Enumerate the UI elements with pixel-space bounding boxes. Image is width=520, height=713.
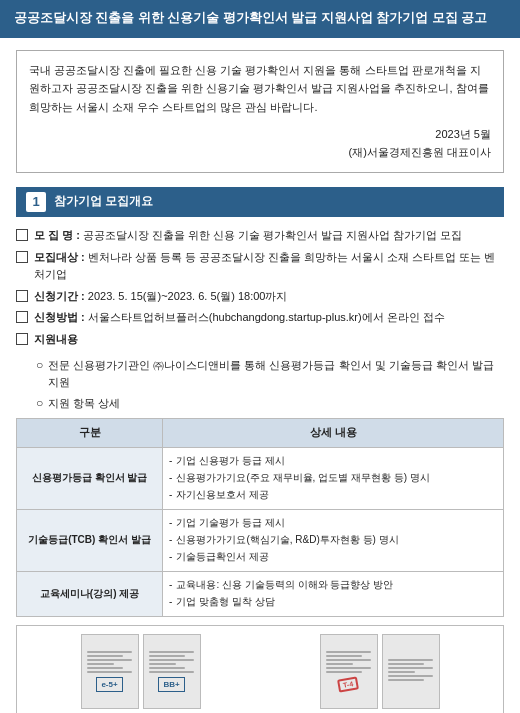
detail-item: - 신용평가가기요(핵심기술, R&D)투자현황 등) 명시 bbox=[169, 532, 497, 548]
date-org: (재)서울경제진흥원 대표이사 bbox=[349, 146, 491, 158]
item-label: 지원내용 bbox=[34, 333, 78, 345]
detail-text: 기업 기술평가 등급 제시 bbox=[176, 515, 284, 531]
rating-badge-top: e-5+ bbox=[96, 677, 122, 692]
doc-line bbox=[388, 667, 433, 669]
section1-title: 참가기업 모집개요 bbox=[54, 193, 153, 210]
doc-line bbox=[388, 663, 424, 665]
item-text: 모 집 명 : 공공조달시장 진출을 위한 신용 기술 평가확인서 발급 지원사… bbox=[34, 227, 462, 245]
doc-line bbox=[149, 655, 185, 657]
item-text: 지원내용 bbox=[34, 331, 78, 349]
dash-icon: - bbox=[169, 453, 172, 469]
item-label: 모집대상 : bbox=[34, 251, 88, 263]
detail-item: - 기술등급확인서 제공 bbox=[169, 549, 497, 565]
date-line: 2023년 5월 (재)서울경제진흥원 대표이사 bbox=[29, 125, 491, 162]
rating-badge-bottom: BB+ bbox=[158, 677, 184, 692]
bullet-icon bbox=[16, 311, 28, 323]
sub-bullet-2: ○ 지원 항목 상세 bbox=[36, 395, 504, 413]
stamp-icon: T-4 bbox=[337, 677, 359, 693]
detail-item: - 교육내용: 신용 기술등력의 이해와 등급향상 방안 bbox=[169, 577, 497, 593]
table-row: 기술등급(TCB) 확인서 발급 - 기업 기술평가 등급 제시 - 신용평가가… bbox=[17, 509, 504, 571]
bullet-icon bbox=[16, 229, 28, 241]
item-label: 신청방법 : bbox=[34, 311, 88, 323]
row-detail-1: - 기업 신용평가 등급 제시 - 신용평가가기요(주요 재무비율, 업도별 재… bbox=[163, 447, 504, 509]
detail-text: 신용평가가기요(주요 재무비율, 업도별 재무현황 등) 명시 bbox=[176, 470, 429, 486]
dash-icon: - bbox=[169, 532, 172, 548]
list-item: 모집대상 : 벤처나라 상품 등록 등 공공조달시장 진출을 희망하는 서울시 … bbox=[16, 249, 504, 284]
table-row: 신용평가등급 확인서 발급 - 기업 신용평가 등급 제시 - 신용평가가기요(… bbox=[17, 447, 504, 509]
intro-box: 국내 공공조달시장 진출에 필요한 신용 기술 평가확인서 지원을 통해 스타트… bbox=[16, 50, 504, 173]
doc-lines bbox=[388, 659, 433, 683]
doc-lines bbox=[326, 651, 371, 675]
support-table: 구분 상세 내용 신용평가등급 확인서 발급 - 기업 신용평가 등급 제시 - bbox=[16, 418, 504, 617]
item-text: 모집대상 : 벤처나라 상품 등록 등 공공조달시장 진출을 희망하는 서울시 … bbox=[34, 249, 504, 284]
bullet-icon bbox=[16, 333, 28, 345]
list-item: 신청방법 : 서울스타트업허브플러스(hubchangdong.startup-… bbox=[16, 309, 504, 327]
page-header: 공공조달시장 진출을 위한 신용기술 평가확인서 발급 지원사업 참가기업 모집… bbox=[0, 0, 520, 38]
row-detail-2: - 기업 기술평가 등급 제시 - 신용평가가기요(핵심기술, R&D)투자현황… bbox=[163, 509, 504, 571]
table-row: 교육세미나(강의) 제공 - 교육내용: 신용 기술등력의 이해와 등급향상 방… bbox=[17, 571, 504, 616]
row-detail-3: - 교육내용: 신용 기술등력의 이해와 등급향상 방안 - 기업 맞춤형 밀착… bbox=[163, 571, 504, 616]
thumb-doc-4 bbox=[382, 634, 440, 709]
doc-line bbox=[388, 679, 424, 681]
doc-line bbox=[87, 667, 123, 669]
sub-bullet-text: 지원 항목 상세 bbox=[48, 395, 120, 413]
row-category-1: 신용평가등급 확인서 발급 bbox=[17, 447, 163, 509]
thumb-doc-2: BB+ bbox=[143, 634, 201, 709]
doc-line bbox=[87, 651, 132, 653]
doc-line bbox=[326, 667, 371, 669]
recruitment-list: 모 집 명 : 공공조달시장 진출을 위한 신용 기술 평가확인서 발급 지원사… bbox=[16, 227, 504, 349]
circle-bullet-icon: ○ bbox=[36, 395, 43, 412]
doc-line bbox=[149, 663, 176, 665]
dash-icon: - bbox=[169, 549, 172, 565]
row-category-3: 교육세미나(강의) 제공 bbox=[17, 571, 163, 616]
dash-icon: - bbox=[169, 515, 172, 531]
doc-line bbox=[149, 659, 194, 661]
dash-icon: - bbox=[169, 470, 172, 486]
circle-bullet-icon: ○ bbox=[36, 357, 43, 374]
table-header-row: 구분 상세 내용 bbox=[17, 419, 504, 448]
detail-text: 신용평가가기요(핵심기술, R&D)투자현황 등) 명시 bbox=[176, 532, 398, 548]
sub-bullet-text: 전문 신용평가기관인 ㈜나이스디앤비를 통해 신용평가등급 확인서 및 기술등급… bbox=[48, 357, 504, 392]
intro-text: 국내 공공조달시장 진출에 필요한 신용 기술 평가확인서 지원을 통해 스타트… bbox=[29, 64, 489, 113]
dash-icon: - bbox=[169, 487, 172, 503]
sub-bullet-1: ○ 전문 신용평가기관인 ㈜나이스디앤비를 통해 신용평가등급 확인서 및 기술… bbox=[36, 357, 504, 392]
item-text: 신청기간 : 2023. 5. 15(월)~2023. 6. 5(월) 18:0… bbox=[34, 288, 287, 306]
thumb-images-left: e-5+ BB+ bbox=[81, 634, 201, 709]
doc-line bbox=[326, 671, 362, 673]
dash-icon: - bbox=[169, 577, 172, 593]
doc-line bbox=[388, 675, 433, 677]
list-item: 신청기간 : 2023. 5. 15(월)~2023. 6. 5(월) 18:0… bbox=[16, 288, 504, 306]
page-title: 공공조달시장 진출을 위한 신용기술 평가확인서 발급 지원사업 참가기업 모집… bbox=[14, 11, 487, 25]
doc-line bbox=[149, 671, 194, 673]
doc-line bbox=[388, 659, 433, 661]
doc-line bbox=[326, 655, 362, 657]
col-header-category: 구분 bbox=[17, 419, 163, 448]
doc-line bbox=[149, 651, 194, 653]
thumbnails-row: e-5+ BB+ 신용 bbox=[16, 625, 504, 713]
detail-item: - 기업 맞춤형 밀착 상담 bbox=[169, 594, 497, 610]
item-text: 신청방법 : 서울스타트업허브플러스(hubchangdong.startup-… bbox=[34, 309, 445, 327]
doc-line bbox=[87, 671, 132, 673]
doc-line bbox=[326, 663, 353, 665]
doc-lines bbox=[149, 651, 194, 675]
doc-line bbox=[326, 659, 371, 661]
col-header-detail: 상세 내용 bbox=[163, 419, 504, 448]
doc-line bbox=[149, 667, 185, 669]
detail-text: 기술등급확인서 제공 bbox=[176, 549, 269, 565]
item-label: 신청기간 : bbox=[34, 290, 88, 302]
detail-item: - 신용평가가기요(주요 재무비율, 업도별 재무현황 등) 명시 bbox=[169, 470, 497, 486]
detail-item: - 자기신용보호서 제공 bbox=[169, 487, 497, 503]
page-wrapper: 공공조달시장 진출을 위한 신용기술 평가확인서 발급 지원사업 참가기업 모집… bbox=[0, 0, 520, 713]
doc-lines bbox=[87, 651, 132, 675]
section1-num: 1 bbox=[26, 192, 46, 212]
list-item: 지원내용 bbox=[16, 331, 504, 349]
thumb-doc-3: T-4 bbox=[320, 634, 378, 709]
detail-item: - 기업 신용평가 등급 제시 bbox=[169, 453, 497, 469]
thumb-group-right: T-4 기술등급(TCB) 확인서 예시 bbox=[264, 634, 495, 713]
detail-text: 기업 맞춤형 밀착 상담 bbox=[176, 594, 274, 610]
date-year-month: 2023년 5월 bbox=[435, 128, 491, 140]
doc-line bbox=[87, 655, 123, 657]
doc-line bbox=[87, 663, 114, 665]
thumb-doc-1: e-5+ bbox=[81, 634, 139, 709]
detail-text: 자기신용보호서 제공 bbox=[176, 487, 269, 503]
